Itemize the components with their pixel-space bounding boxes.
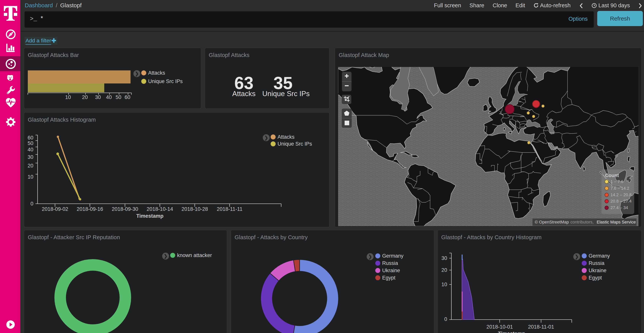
svg-text:© OpenStreetMap: © OpenStreetMap <box>535 220 569 224</box>
svg-text:contributors,: contributors, <box>570 220 594 224</box>
svg-text:1 – 7.6: 1 – 7.6 <box>610 179 623 184</box>
svg-text:27.4 – 34: 27.4 – 34 <box>610 205 628 210</box>
svg-text:14.2 – 20.8: 14.2 – 20.8 <box>610 192 632 197</box>
svg-text:Count: Count <box>605 173 619 178</box>
svg-text:7.6 – 14.2: 7.6 – 14.2 <box>610 186 629 191</box>
svg-text:20.8 – 27.4: 20.8 – 27.4 <box>610 199 632 203</box>
svg-text:Elastic Maps Service: Elastic Maps Service <box>597 220 636 224</box>
